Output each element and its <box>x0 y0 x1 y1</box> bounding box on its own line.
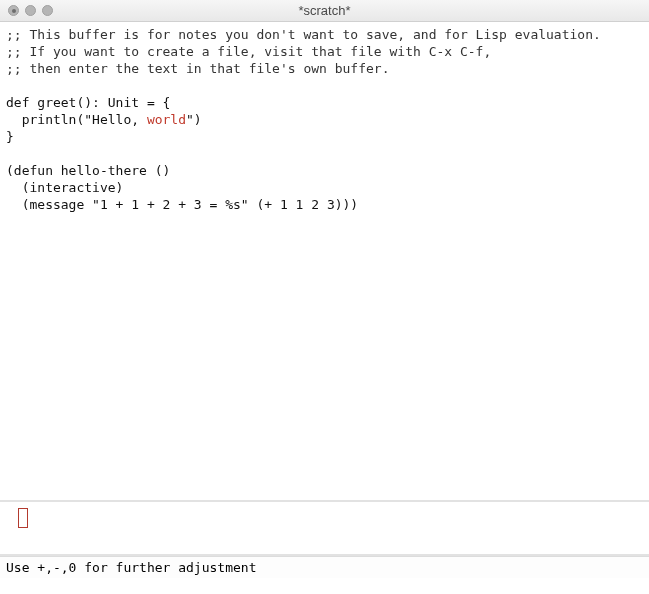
buffer-line <box>6 77 643 94</box>
window-controls <box>8 5 53 16</box>
echo-area: Use +,-,0 for further adjustment <box>0 556 649 578</box>
syntax-error-token: world <box>147 112 186 127</box>
secondary-window[interactable] <box>0 502 649 554</box>
cursor-icon <box>18 508 28 528</box>
buffer-line: ;; then enter the text in that file's ow… <box>6 60 643 77</box>
buffer-line: (defun hello-there () <box>6 162 643 179</box>
buffer-line: ;; This buffer is for notes you don't wa… <box>6 26 643 43</box>
minimize-icon[interactable] <box>25 5 36 16</box>
buffer-line: } <box>6 128 643 145</box>
buffer-line: (message "1 + 1 + 2 + 3 = %s" (+ 1 1 2 3… <box>6 196 643 213</box>
window-titlebar: *scratch* <box>0 0 649 22</box>
buffer-line: ;; If you want to create a file, visit t… <box>6 43 643 60</box>
buffer-line <box>6 145 643 162</box>
zoom-icon[interactable] <box>42 5 53 16</box>
buffer-line: def greet(): Unit = { <box>6 94 643 111</box>
echo-message: Use +,-,0 for further adjustment <box>6 560 256 575</box>
buffer-line: (interactive) <box>6 179 643 196</box>
editor-buffer[interactable]: ;; This buffer is for notes you don't wa… <box>0 22 649 500</box>
window-title: *scratch* <box>0 3 649 18</box>
buffer-line: println("Hello, world") <box>6 111 643 128</box>
close-icon[interactable] <box>8 5 19 16</box>
